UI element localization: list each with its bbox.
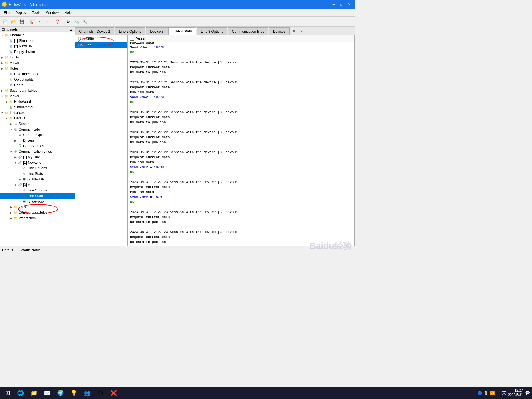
toolbar-btn-9[interactable]: 🔧 — [81, 18, 89, 25]
tree-node-devpub[interactable]: 💻[3] devpub — [0, 199, 75, 204]
tree-expander-logs[interactable]: ▶ — [9, 205, 13, 209]
tab-devices[interactable]: Devices — [269, 27, 290, 35]
menu-item-window[interactable]: Window — [43, 9, 62, 16]
tree-expander-instances[interactable]: ▼ — [0, 111, 4, 115]
tree-expander-configfiles[interactable]: ▶ — [9, 210, 13, 215]
status-profile[interactable]: Default Profile — [19, 248, 41, 252]
status-default[interactable]: Default — [2, 248, 13, 252]
content-item-line-log[interactable]: Line Log — [75, 42, 127, 48]
toolbar-btn-1[interactable]: 📂 — [9, 18, 17, 25]
tree-node-line2[interactable]: ▼🔗[2] NewLine — [0, 160, 75, 165]
tree-node-helloworld[interactable]: ▶📁HelloWorld — [0, 99, 75, 104]
toolbar-btn-0[interactable]: 📄 — [1, 18, 9, 25]
tree-expander-linestats2[interactable] — [18, 172, 22, 176]
tree-node-linestats3[interactable]: ⚙Line Stats — [0, 193, 75, 199]
tree-node-instances[interactable]: ▼📁Instances — [0, 110, 75, 116]
menu-item-help[interactable]: Help — [62, 9, 75, 16]
tree-expander-secondarytables[interactable]: ▶ — [0, 88, 4, 93]
tree-expander-limits[interactable]: ▶ — [0, 55, 4, 60]
tree-expander-roleinheritance[interactable] — [4, 72, 9, 76]
tree-expander-objectrights[interactable] — [4, 77, 9, 82]
tab-communication-lines[interactable]: Communication lines — [228, 27, 268, 35]
toolbar-btn-2[interactable]: 💾 — [18, 18, 25, 25]
tree-node-commlines[interactable]: ▼🔗Communication Lines — [0, 149, 75, 154]
tab-line-3-options[interactable]: Line 3 Options — [197, 27, 227, 35]
tab-device-3[interactable]: Device 3 — [146, 27, 168, 35]
tree-node-newdev2[interactable]: ▶💻[2] NewDev — [0, 177, 75, 182]
tree-expander-lineoptions2[interactable] — [18, 166, 22, 170]
tree-node-users[interactable]: ⚙Users — [0, 82, 75, 88]
tree-expander-communicator[interactable]: ▼ — [9, 127, 13, 132]
toolbar-btn-5[interactable]: ↪ — [45, 18, 53, 25]
pause-checkbox[interactable] — [130, 37, 134, 41]
tree-scroll-up[interactable]: ▲ — [70, 28, 73, 32]
tree-node-roles[interactable]: ▶📁Roles — [0, 66, 75, 71]
tree-expander-newdev[interactable] — [4, 44, 9, 48]
toolbar-btn-8[interactable]: 📎 — [73, 18, 80, 25]
tree-expander-linestats3[interactable] — [18, 194, 22, 198]
tree-node-generaloptions[interactable]: ⚙General Options — [0, 132, 75, 138]
toolbar-btn-4[interactable]: ↩ — [37, 18, 45, 25]
tree-node-emptydevice[interactable]: 📡Empty device — [0, 49, 75, 55]
tree-expander-emptydevice[interactable] — [4, 50, 9, 54]
tree-expander-simulatortbl[interactable] — [4, 105, 9, 109]
tree-expander-line2[interactable]: ▼ — [13, 160, 18, 165]
menu-item-file[interactable]: File — [1, 9, 12, 16]
tree-expander-views2[interactable]: ▼ — [0, 94, 4, 98]
tree-expander-commlines[interactable]: ▼ — [9, 149, 13, 154]
tree-expander-views[interactable]: ▶ — [0, 61, 4, 65]
tree-node-lineoptions2[interactable]: ⚙Line Options — [0, 165, 75, 171]
tree-expander-devpub[interactable] — [18, 199, 22, 204]
tree-expander-generaloptions[interactable] — [13, 133, 18, 137]
tab-line-3-stats[interactable]: Line 3 Stats — [168, 27, 196, 35]
tree-node-views[interactable]: ▶📁Views — [0, 60, 75, 66]
tree-node-simulator[interactable]: 📡[1] Simulator — [0, 38, 75, 44]
minimize-button[interactable]: ─ — [330, 1, 337, 8]
tree-expander-users[interactable] — [4, 83, 9, 87]
tree-node-channels[interactable]: ▼📁Channels — [0, 32, 75, 38]
tree-expander-channels[interactable]: ▼ — [0, 33, 4, 37]
tree-node-simulatortbl[interactable]: 🗄Simulator.tbl — [0, 104, 75, 110]
tree-expander-newdev2[interactable]: ▶ — [18, 177, 22, 181]
tree-node-line3[interactable]: ▼🔗[3] mqttpub — [0, 182, 75, 188]
tab-channels---device-2[interactable]: Channels - Device 2 — [75, 27, 114, 35]
tree-node-drivers[interactable]: ▶⚙Drivers — [0, 138, 75, 143]
toolbar-btn-7[interactable]: ⚙ — [64, 18, 72, 25]
tree-node-linestats2[interactable]: ⚙Line Stats — [0, 171, 75, 177]
tree-node-default[interactable]: ▼📁Default — [0, 116, 75, 121]
tree-node-limits[interactable]: ▶📁Limits — [0, 55, 75, 60]
tree-expander-line1[interactable]: ▶ — [13, 155, 18, 159]
content-item-line-state[interactable]: Line State — [75, 35, 127, 42]
tree-node-communicator[interactable]: ▼📡Communicator — [0, 127, 75, 132]
tree-expander-roles[interactable]: ▶ — [0, 66, 4, 71]
maximize-button[interactable]: □ — [338, 1, 345, 8]
tree-node-webstation[interactable]: ▶📁Webstation — [0, 215, 75, 221]
tree-node-datasources[interactable]: 🗄Data Sources — [0, 143, 75, 149]
tree-expander-line3[interactable]: ▼ — [13, 183, 18, 187]
tree-node-objectrights[interactable]: ⚙Object rights — [0, 77, 75, 82]
toolbar-btn-3[interactable]: 📊 — [29, 18, 36, 25]
tree-node-views2[interactable]: ▼📁Views — [0, 93, 75, 99]
menu-item-deploy[interactable]: Deploy — [12, 9, 29, 16]
tree-expander-webstation[interactable]: ▶ — [9, 216, 13, 220]
tree-node-lineoptions3[interactable]: ⚙Line Options — [0, 188, 75, 193]
tree-expander-lineoptions3[interactable] — [18, 188, 22, 193]
pause-checkbox-label[interactable]: Pause — [130, 37, 146, 41]
tree-expander-datasources[interactable] — [13, 144, 18, 148]
tab-line-2-options[interactable]: Line 2 Options — [115, 27, 146, 35]
tree-node-configfiles[interactable]: ▶📁Configuration Files — [0, 210, 75, 215]
tab-close-all[interactable]: ✕ — [298, 27, 305, 35]
tree-node-logs[interactable]: ▶📁Logs — [0, 204, 75, 210]
tree-expander-helloworld[interactable]: ▶ — [4, 99, 9, 104]
toolbar-btn-6[interactable]: ❓ — [53, 18, 61, 25]
menu-item-tools[interactable]: Tools — [29, 9, 43, 16]
tab-more-button[interactable]: ▼ — [290, 27, 298, 35]
close-button[interactable]: ✕ — [346, 1, 352, 8]
tree-expander-server[interactable]: ▶ — [9, 122, 13, 126]
tree-node-line1[interactable]: ▶🔗[1] My Line — [0, 154, 75, 160]
tree-node-secondarytables[interactable]: ▶📁Secondary Tables — [0, 88, 75, 93]
tree-node-newdev[interactable]: 📡[2] NewDev — [0, 44, 75, 49]
tree-expander-default[interactable]: ▼ — [4, 116, 9, 121]
tree-node-server[interactable]: ▶🖥Server — [0, 121, 75, 127]
tree-node-roleinheritance[interactable]: ⚙Role inheritance — [0, 71, 75, 77]
